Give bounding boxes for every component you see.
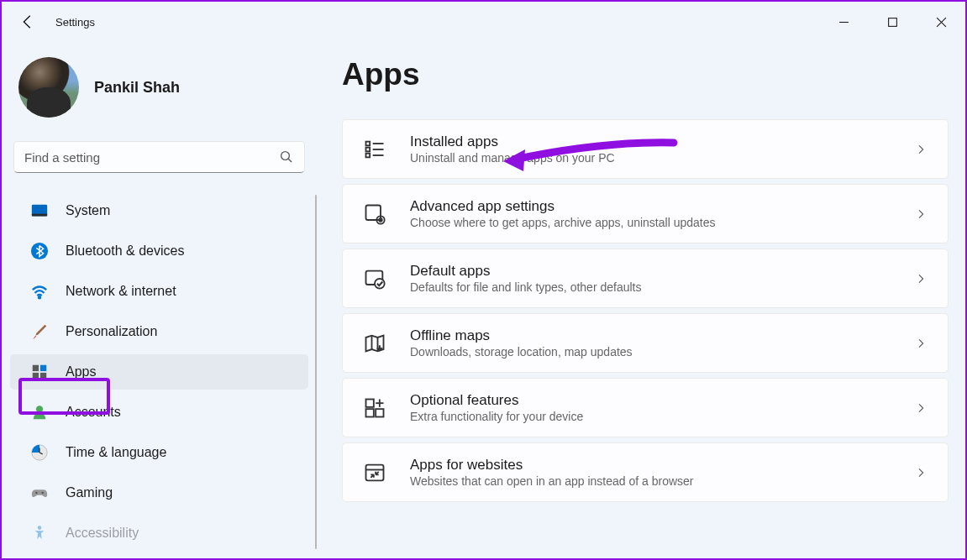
settings-app-icon: [363, 202, 386, 226]
apps-icon: [30, 363, 49, 381]
sidebar-item-apps[interactable]: Apps: [10, 354, 308, 390]
maximize-button[interactable]: [868, 2, 917, 42]
sidebar-item-personalization[interactable]: Personalization: [10, 314, 308, 349]
clock-icon: [30, 443, 49, 462]
svg-rect-7: [32, 214, 47, 217]
card-desc: Extra functionality for your device: [410, 410, 891, 423]
card-apps-for-websites[interactable]: Apps for websites Websites that can open…: [342, 442, 949, 502]
chevron-right-icon: [914, 207, 928, 221]
card-title: Default apps: [410, 263, 891, 280]
map-icon: [363, 332, 386, 355]
close-button[interactable]: [917, 2, 965, 42]
plus-grid-icon: [363, 396, 386, 420]
svg-line-5: [288, 159, 292, 162]
main-content: Apps Installed apps Uninstall and manage…: [317, 42, 965, 558]
minimize-button[interactable]: [819, 2, 868, 42]
svg-rect-22: [366, 147, 371, 151]
svg-rect-27: [366, 205, 381, 220]
sidebar-item-gaming[interactable]: Gaming: [10, 475, 308, 510]
accessibility-icon: [30, 524, 49, 542]
nav-list: System Bluetooth & devices Network & int…: [2, 188, 317, 556]
svg-point-18: [35, 492, 37, 494]
page-title: Apps: [342, 57, 949, 92]
sidebar-item-label: Accounts: [66, 405, 121, 420]
svg-point-9: [39, 296, 40, 298]
svg-rect-1: [888, 18, 896, 26]
list-icon: [363, 138, 386, 161]
card-desc: Choose where to get apps, archive apps, …: [410, 216, 891, 229]
sidebar-item-label: Bluetooth & devices: [66, 243, 184, 259]
card-desc: Uninstall and manage apps on your PC: [410, 151, 891, 165]
card-title: Advanced app settings: [410, 198, 891, 215]
sidebar-item-label: System: [66, 203, 110, 218]
sidebar-item-time[interactable]: Time & language: [10, 435, 308, 470]
back-button[interactable]: [18, 13, 37, 31]
card-desc: Websites that can open in an app instead…: [410, 474, 891, 488]
window-controls: [819, 2, 965, 42]
svg-point-20: [38, 526, 42, 530]
svg-rect-11: [40, 365, 46, 371]
search-box[interactable]: [13, 141, 305, 173]
card-offline-maps[interactable]: Offline maps Downloads, storage location…: [342, 313, 949, 373]
brush-icon: [30, 322, 49, 341]
card-title: Installed apps: [410, 133, 891, 150]
sidebar-item-label: Apps: [66, 364, 96, 379]
svg-rect-34: [366, 399, 374, 406]
window-title: Settings: [55, 16, 95, 29]
bluetooth-icon: [30, 242, 49, 260]
card-advanced-app-settings[interactable]: Advanced app settings Choose where to ge…: [342, 184, 949, 243]
card-installed-apps[interactable]: Installed apps Uninstall and manage apps…: [342, 119, 949, 179]
titlebar: Settings: [2, 2, 965, 42]
chevron-right-icon: [914, 466, 928, 479]
svg-rect-23: [366, 153, 371, 157]
sidebar-item-label: Network & internet: [66, 284, 176, 299]
svg-point-19: [41, 492, 43, 494]
sidebar-item-label: Time & language: [66, 445, 166, 460]
chevron-right-icon: [914, 143, 928, 156]
card-desc: Defaults for file and link types, other …: [410, 280, 891, 294]
card-title: Optional features: [410, 392, 891, 409]
search-icon: [279, 149, 294, 165]
sidebar-item-system[interactable]: System: [10, 193, 308, 228]
website-icon: [363, 461, 386, 484]
svg-point-29: [379, 218, 382, 222]
svg-rect-35: [366, 409, 374, 416]
svg-point-14: [36, 406, 43, 412]
svg-rect-12: [33, 373, 39, 379]
default-app-icon: [363, 267, 386, 290]
svg-point-4: [281, 152, 290, 160]
card-default-apps[interactable]: Default apps Defaults for file and link …: [342, 249, 949, 308]
search-input[interactable]: [24, 150, 279, 165]
sidebar-item-label: Personalization: [66, 324, 157, 339]
wifi-icon: [30, 282, 49, 301]
svg-rect-21: [366, 141, 371, 145]
sidebar-item-accessibility[interactable]: Accessibility: [10, 516, 308, 551]
svg-rect-36: [376, 409, 383, 416]
card-optional-features[interactable]: Optional features Extra functionality fo…: [342, 378, 949, 437]
sidebar-item-label: Gaming: [66, 485, 113, 500]
nav-scrollbar[interactable]: [315, 195, 317, 549]
chevron-right-icon: [914, 401, 928, 415]
svg-rect-39: [366, 464, 384, 480]
sidebar-item-accounts[interactable]: Accounts: [10, 395, 308, 430]
card-title: Apps for websites: [410, 457, 891, 474]
svg-rect-13: [40, 373, 46, 379]
profile-name: Pankil Shah: [94, 79, 180, 97]
chevron-right-icon: [914, 337, 928, 350]
person-icon: [30, 403, 49, 421]
sidebar-item-label: Accessibility: [66, 526, 139, 541]
svg-rect-10: [33, 365, 39, 371]
sidebar-item-network[interactable]: Network & internet: [10, 274, 308, 309]
profile-section[interactable]: Pankil Shah: [2, 57, 317, 141]
system-icon: [30, 201, 49, 220]
chevron-right-icon: [914, 272, 928, 285]
card-title: Offline maps: [410, 327, 891, 344]
card-desc: Downloads, storage location, map updates: [410, 345, 891, 359]
svg-point-31: [375, 279, 385, 289]
gamepad-icon: [30, 484, 49, 502]
sidebar-item-bluetooth[interactable]: Bluetooth & devices: [10, 233, 308, 269]
avatar: [18, 57, 79, 118]
sidebar: Pankil Shah System Bluetooth & devices: [2, 42, 317, 558]
